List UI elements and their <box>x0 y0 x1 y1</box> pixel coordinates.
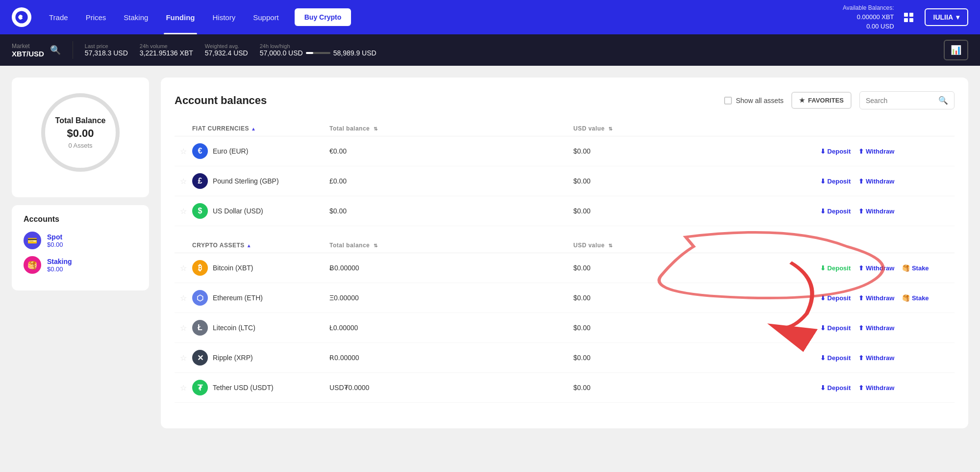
star-cell-crypto-1[interactable]: ☆ <box>175 293 192 303</box>
actions-cell: ⬇ Deposit ⬆ Withdraw <box>817 322 955 334</box>
account-staking[interactable]: 🥞 Staking $0.00 <box>24 256 137 274</box>
grid-menu-icon[interactable] <box>904 13 915 22</box>
available-balances: Available Balances: 0.00000 XBT 0.00 USD <box>843 3 894 31</box>
star-cell-1[interactable]: ☆ <box>175 177 192 186</box>
deposit-button[interactable]: ⬇ Deposit <box>817 262 854 274</box>
balance-sort-icon[interactable]: ⇅ <box>374 126 378 131</box>
nav-staking[interactable]: Staking <box>122 13 150 22</box>
favorite-star[interactable]: ☆ <box>180 323 187 333</box>
staking-balance: $0.00 <box>47 265 72 273</box>
market-label: Market <box>12 43 44 50</box>
favorites-button[interactable]: ★ FAVORITES <box>791 92 852 109</box>
show-assets-checkbox[interactable] <box>724 97 732 105</box>
deposit-button[interactable]: ⬇ Deposit <box>817 176 854 187</box>
nav-support[interactable]: Support <box>251 13 281 22</box>
favorite-star[interactable]: ☆ <box>180 293 187 303</box>
asset-cell-crypto-2: Ł Litecoin (LTC) <box>192 320 329 336</box>
star-cell-2[interactable]: ☆ <box>175 207 192 216</box>
asset-name: Euro (EUR) <box>213 147 248 155</box>
favorite-star[interactable]: ☆ <box>180 353 187 363</box>
withdraw-button[interactable]: ⬆ Withdraw <box>855 206 897 217</box>
usd-sort-icon[interactable]: ⇅ <box>608 126 613 131</box>
favorite-star[interactable]: ☆ <box>180 207 187 216</box>
market-divider <box>73 41 73 59</box>
balance-cell: £0.00 <box>329 177 574 185</box>
crypto-sort-icon[interactable]: ▲ <box>247 243 251 248</box>
balance-cell: Ξ0.00000 <box>329 294 574 302</box>
withdraw-button[interactable]: ⬆ Withdraw <box>855 292 897 304</box>
crypto-usd-col: USD value ⇅ <box>574 242 818 249</box>
right-panel-wrapper: Account balances Show all assets ★ FAVOR… <box>161 78 968 460</box>
asset-cell-crypto-3: ✕ Ripple (XRP) <box>192 350 329 366</box>
buy-crypto-button[interactable]: Buy Crypto <box>295 8 351 26</box>
last-price-stat: Last price 57,318.3 USD <box>85 43 128 57</box>
search-box[interactable]: 🔍 <box>859 91 955 109</box>
chart-button[interactable]: 📊 <box>944 40 968 60</box>
nav-funding[interactable]: Funding <box>164 13 197 22</box>
market-info: Market XBT/USD 🔍 <box>12 43 61 58</box>
total-balance-assets: 0 Assets <box>68 142 92 149</box>
favorite-star[interactable]: ☆ <box>180 263 187 273</box>
table-row: ☆ £ Pound Sterling (GBP) £0.00 $0.00 ⬇ D… <box>175 166 955 196</box>
range-bar <box>306 52 330 54</box>
usd-cell: $0.00 <box>574 177 818 185</box>
fiat-table-header: FIAT CURRENCIES ▲ Total balance ⇅ USD va… <box>175 121 955 136</box>
account-spot[interactable]: 💳 Spot $0.00 <box>24 232 137 249</box>
asset-icon: € <box>192 143 208 159</box>
star-cell-crypto-3[interactable]: ☆ <box>175 353 192 363</box>
deposit-button[interactable]: ⬇ Deposit <box>817 352 854 364</box>
balance-cell: Ł0.00000 <box>329 324 574 332</box>
nav-trade[interactable]: Trade <box>47 13 70 22</box>
favorite-star[interactable]: ☆ <box>180 177 187 186</box>
withdraw-button[interactable]: ⬆ Withdraw <box>855 146 897 157</box>
total-balance-title: Total Balance <box>55 116 106 125</box>
actions-cell: ⬇ Deposit ⬆ Withdraw <box>817 176 955 187</box>
deposit-button[interactable]: ⬇ Deposit <box>817 146 854 157</box>
nav-prices[interactable]: Prices <box>84 13 108 22</box>
nav-history[interactable]: History <box>211 13 238 22</box>
actions-cell: ⬇ Deposit ⬆ Withdraw <box>817 382 955 393</box>
price-range: 57,000.0 USD 58,989.9 USD <box>260 49 377 57</box>
stake-button[interactable]: 🥞 Stake <box>899 262 931 274</box>
asset-cell-0: € Euro (EUR) <box>192 143 329 159</box>
usd-value-col: USD value ⇅ <box>574 125 818 132</box>
stake-button[interactable]: 🥞 Stake <box>899 292 931 304</box>
deposit-button[interactable]: ⬇ Deposit <box>817 382 854 393</box>
user-menu-button[interactable]: IULIIA ▾ <box>925 8 968 26</box>
withdraw-button[interactable]: ⬆ Withdraw <box>855 322 897 334</box>
star-cell-crypto-4[interactable]: ☆ <box>175 383 192 393</box>
fiat-section-label: FIAT CURRENCIES ▲ <box>192 125 329 132</box>
balance-cell: Ɍ0.00000 <box>329 354 574 362</box>
balance-card: Total Balance $0.00 0 Assets <box>12 78 149 197</box>
crypto-usd-sort-icon[interactable]: ⇅ <box>608 243 613 248</box>
deposit-button[interactable]: ⬇ Deposit <box>817 322 854 334</box>
spot-name: Spot <box>47 233 63 241</box>
table-row: ☆ $ US Dollar (USD) $0.00 $0.00 ⬇ Deposi… <box>175 196 955 226</box>
favorite-star[interactable]: ☆ <box>180 147 187 156</box>
show-all-assets[interactable]: Show all assets <box>724 97 783 105</box>
available-balances-label: Available Balances: <box>843 3 894 12</box>
star-cell-crypto-2[interactable]: ☆ <box>175 323 192 333</box>
withdraw-button[interactable]: ⬆ Withdraw <box>855 176 897 187</box>
favorite-star[interactable]: ☆ <box>180 383 187 393</box>
logo[interactable] <box>12 7 31 27</box>
fiat-sort-icon[interactable]: ▲ <box>251 126 256 131</box>
deposit-button[interactable]: ⬇ Deposit <box>817 206 854 217</box>
fiat-rows: ☆ € Euro (EUR) €0.00 $0.00 ⬇ Deposit ⬆ W… <box>175 136 955 226</box>
top-navigation: Trade Prices Staking Funding History Sup… <box>0 0 980 34</box>
market-search-icon[interactable]: 🔍 <box>50 45 61 55</box>
star-cell-0[interactable]: ☆ <box>175 147 192 156</box>
withdraw-button[interactable]: ⬆ Withdraw <box>855 262 897 274</box>
staking-icon: 🥞 <box>24 256 41 274</box>
spot-balance: $0.00 <box>47 241 63 248</box>
crypto-balance-sort-icon[interactable]: ⇅ <box>374 243 378 248</box>
withdraw-button[interactable]: ⬆ Withdraw <box>855 352 897 364</box>
search-input[interactable] <box>866 97 934 105</box>
low-high-stat: 24h low/high 57,000.0 USD 58,989.9 USD <box>260 43 377 57</box>
actions-cell: ⬇ Deposit ⬆ Withdraw 🥞 Stake <box>817 262 955 274</box>
withdraw-button[interactable]: ⬆ Withdraw <box>855 382 897 393</box>
staking-info: Staking $0.00 <box>47 258 72 273</box>
star-cell-crypto-0[interactable]: ☆ <box>175 263 192 273</box>
deposit-button[interactable]: ⬇ Deposit <box>817 292 854 304</box>
asset-cell-crypto-4: ₮ Tether USD (USDT) <box>192 380 329 395</box>
